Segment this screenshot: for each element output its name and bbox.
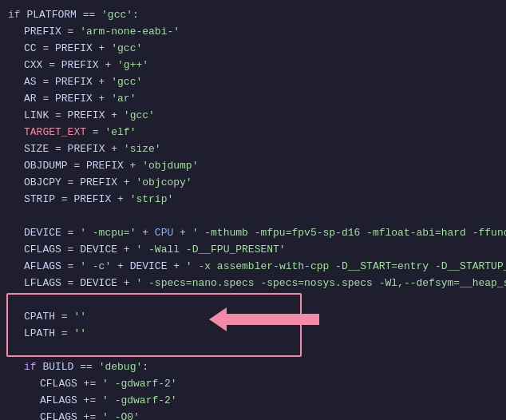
token-plain: = PREFIX +	[61, 174, 136, 191]
code-line: CFLAGS += ' -O0'	[0, 409, 506, 420]
token-var: CFLAGS	[40, 375, 77, 392]
token-plain: = PREFIX +	[42, 57, 117, 73]
token-plain: = PREFIX +	[68, 157, 143, 174]
code-line: LFLAGS = DEVICE + ' -specs=nano.specs -s…	[0, 275, 506, 291]
code-line: PREFIX = 'arm-none-eabi-'	[0, 23, 506, 40]
token-var: OBJCPY	[24, 174, 61, 191]
token-var: SIZE	[24, 141, 49, 157]
token-var: AFLAGS	[24, 258, 61, 275]
token-plain: =	[61, 258, 80, 275]
code-line	[0, 342, 506, 359]
token-plain: +=	[77, 409, 102, 420]
token-str: 'arm-none-eabi-'	[80, 23, 180, 40]
token-str: 'gcc'	[101, 6, 132, 23]
token-var: CFLAGS	[24, 241, 61, 258]
token-plain: +	[136, 224, 154, 241]
token-plain: = PREFIX +	[37, 90, 112, 107]
code-line: AS = PREFIX + 'gcc'	[0, 73, 506, 90]
token-plain: +=	[77, 375, 102, 392]
token-str: 'objdump'	[142, 157, 198, 174]
token-var: AS	[24, 73, 37, 90]
code-line: AFLAGS += ' -gdwarf-2'	[0, 392, 506, 409]
token-str: ' -O0'	[102, 409, 140, 420]
token-var: CPATH	[24, 308, 55, 325]
code-line: CFLAGS += ' -gdwarf-2'	[0, 375, 506, 392]
token-var: CXX	[24, 57, 42, 73]
token-str: ' -c'	[80, 258, 111, 275]
code-editor: if PLATFORM == 'gcc':PREFIX = 'arm-none-…	[0, 0, 506, 420]
token-var: AR	[24, 90, 37, 107]
token-plain	[21, 6, 27, 23]
token-str: ' -gdwarf-2'	[102, 392, 177, 409]
token-plain: :	[132, 6, 139, 23]
code-line: CPATH = ''	[0, 308, 506, 325]
token-plain: +	[173, 224, 192, 241]
code-line: LPATH = ''	[0, 325, 506, 342]
token-var: STRIP	[24, 191, 55, 208]
token-plain: = PREFIX +	[37, 40, 112, 57]
token-var: CFLAGS	[40, 409, 77, 420]
token-str: 'elf'	[105, 124, 136, 141]
code-line: OBJDUMP = PREFIX + 'objdump'	[0, 157, 506, 174]
token-str: 'gcc'	[111, 73, 142, 90]
code-line: OBJCPY = PREFIX + 'objcopy'	[0, 174, 506, 191]
token-cpu: CPU	[155, 224, 173, 241]
code-line: AR = PREFIX + 'ar'	[0, 90, 506, 107]
token-var: DEVICE	[24, 224, 61, 241]
code-line: if PLATFORM == 'gcc':	[0, 6, 506, 23]
code-line: TARGET_EXT = 'elf'	[0, 124, 506, 141]
token-str: 'debug'	[99, 359, 143, 375]
code-line: STRIP = PREFIX + 'strip'	[0, 191, 506, 208]
token-plain: BUILD ==	[37, 359, 99, 375]
token-highlight: TARGET_EXT	[24, 124, 86, 141]
token-plain: =	[61, 224, 80, 241]
token-str: 'size'	[124, 141, 161, 157]
token-plain: =	[55, 325, 73, 342]
token-str: 'objcopy'	[136, 174, 192, 191]
token-plain: = DEVICE +	[61, 241, 136, 258]
token-str: ''	[73, 308, 86, 325]
code-line	[0, 208, 506, 224]
code-line: AFLAGS = ' -c' + DEVICE + ' -x assembler…	[0, 258, 506, 275]
token-plain: + DEVICE +	[111, 258, 186, 275]
code-line: CFLAGS = DEVICE + ' -Wall -D__FPU_PRESEN…	[0, 241, 506, 258]
token-str: 'strip'	[130, 191, 174, 208]
token-str: ' -x assembler-with-cpp -D__START=entry …	[186, 258, 506, 275]
token-var: PREFIX	[24, 23, 61, 40]
token-plain: =	[86, 124, 105, 141]
token-plain: = PREFIX +	[49, 141, 124, 157]
token-kw: if	[8, 6, 21, 23]
token-str: ' -specs=nano.specs -specs=nosys.specs -…	[136, 275, 506, 291]
code-line	[0, 291, 506, 308]
token-plain: +=	[77, 392, 102, 409]
token-plain: = PREFIX +	[49, 107, 124, 124]
token-plain: =	[61, 23, 80, 40]
token-var: AFLAGS	[40, 392, 77, 409]
code-line: if BUILD == 'debug':	[0, 359, 506, 375]
token-plain: = DEVICE +	[61, 275, 136, 291]
token-plain: = PREFIX +	[55, 191, 130, 208]
token-plain: =	[55, 308, 73, 325]
token-str: 'ar'	[111, 90, 136, 107]
code-line: CXX = PREFIX + 'g++'	[0, 57, 506, 73]
token-var: LINK	[24, 107, 49, 124]
token-plain: ==	[77, 6, 101, 23]
token-str: ''	[73, 325, 86, 342]
token-str: 'g++'	[117, 57, 148, 73]
token-str: 'gcc'	[124, 107, 155, 124]
code-line: CC = PREFIX + 'gcc'	[0, 40, 506, 57]
code-line: DEVICE = ' -mcpu=' + CPU + ' -mthumb -mf…	[0, 224, 506, 241]
token-str: ' -Wall -D__FPU_PRESENT'	[136, 241, 285, 258]
token-var: LPATH	[24, 325, 55, 342]
token-kw: if	[24, 359, 37, 375]
token-var: OBJDUMP	[24, 157, 68, 174]
token-var: LFLAGS	[24, 275, 61, 291]
token-var: PLATFORM	[26, 6, 76, 23]
code-line: SIZE = PREFIX + 'size'	[0, 141, 506, 157]
token-str: ' -mcpu='	[80, 224, 136, 241]
code-line: LINK = PREFIX + 'gcc'	[0, 107, 506, 124]
token-str: ' -mthumb -mfpu=fpv5-sp-d16 -mfloat-abi=…	[192, 224, 506, 241]
token-plain: :	[142, 359, 148, 375]
token-var: CC	[24, 40, 37, 57]
token-str: ' -gdwarf-2'	[102, 375, 177, 392]
